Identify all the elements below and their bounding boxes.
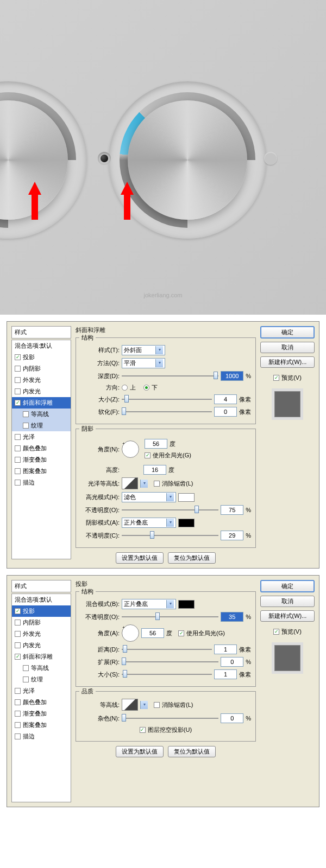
distance-slider[interactable] [122,645,212,654]
depth-input[interactable]: 1000 [221,371,243,381]
blend-mode-select[interactable]: 正片叠底▾ [122,599,176,609]
sidebar-item-pattern-overlay[interactable]: 图案叠加 [12,719,71,731]
antialias-checkbox[interactable] [154,481,160,487]
chevron-down-icon[interactable]: ▾ [140,701,148,709]
make-default-button[interactable]: 设置为默认值 [116,552,164,564]
sidebar-item-outer-glow[interactable]: 外发光 [12,628,71,640]
shadow-mode-select[interactable]: 正片叠底▾ [122,518,176,528]
highlight-color-swatch[interactable] [178,493,195,502]
direction-down-radio[interactable] [143,385,149,391]
sidebar-item-satin[interactable]: 光泽 [12,431,71,443]
angle-dial[interactable] [122,624,139,642]
new-style-button[interactable]: 新建样式(W)... [260,610,315,622]
bevel-settings-panel: 斜面和浮雕 结构 样式(T):外斜面▾ 方法(Q):平滑▾ 深度(D):1000… [76,326,256,564]
sidebar-item-color-overlay[interactable]: 颜色叠加 [12,697,71,708]
style-select[interactable]: 外斜面▾ [122,345,165,355]
gloss-contour-picker[interactable] [122,477,138,489]
layer-style-dialog-bevel: 样式 混合选项:默认 ✓投影 内阴影 外发光 内发光 ✓斜面和浮雕 等高线 纹理… [7,321,319,569]
shadow-opacity-slider[interactable] [122,531,218,540]
sidebar-header: 样式 [11,580,71,592]
soften-slider[interactable] [122,407,212,416]
sidebar-item-color-overlay[interactable]: 颜色叠加 [12,443,71,454]
soften-input[interactable]: 0 [214,407,237,417]
sidebar-item-gradient-overlay[interactable]: 渐变叠加 [12,708,71,719]
dial-full [109,81,266,239]
knockout-checkbox[interactable]: ✓ [140,727,146,733]
sidebar-item-drop-shadow[interactable]: ✓投影 [12,605,71,617]
reset-default-button[interactable]: 复位为默认值 [168,746,216,757]
dialog-buttons: 确定 取消 新建样式(W)... ✓预览(V) [260,580,315,802]
annotation-arrow-icon [30,182,40,220]
angle-input[interactable]: 56 [145,439,167,449]
ok-button[interactable]: 确定 [260,326,315,339]
highlight-mode-select[interactable]: 滤色▾ [122,492,176,502]
global-light-checkbox[interactable]: ✓ [178,630,184,636]
highlight-opacity-slider[interactable] [122,506,218,514]
contour-picker[interactable] [122,699,138,711]
cancel-button[interactable]: 取消 [260,596,315,607]
antialias-checkbox[interactable] [154,702,160,708]
shadow-color-swatch[interactable] [178,600,195,609]
styles-sidebar: 样式 混合选项:默认 ✓投影 内阴影 外发光 内发光 ✓斜面和浮雕 等高线 纹理… [11,580,71,802]
chevron-down-icon: ▾ [166,600,174,608]
shadow-settings-panel: 投影 结构 混合模式(B):正片叠底▾ 不透明度(O):35% 角度(A):56… [76,580,256,802]
highlight-opacity-input[interactable]: 75 [221,505,243,515]
chevron-down-icon: ▾ [155,346,163,354]
shadow-color-swatch[interactable] [178,519,195,527]
panel-title: 投影 [76,580,256,588]
preview-swatch [274,391,300,417]
sidebar-item-inner-glow[interactable]: 内发光 [12,386,71,397]
opacity-slider[interactable] [122,612,218,621]
chevron-down-icon: ▾ [166,519,174,527]
cancel-button[interactable]: 取消 [260,342,315,353]
technique-select[interactable]: 平滑▾ [122,358,165,368]
sidebar-item-pattern-overlay[interactable]: 图案叠加 [12,465,71,477]
ok-button[interactable]: 确定 [260,580,315,592]
sidebar-item-inner-glow[interactable]: 内发光 [12,640,71,651]
sidebar-blend-options[interactable]: 混合选项:默认 [12,340,71,352]
sidebar-item-contour[interactable]: 等高线 [12,409,71,420]
size-slider[interactable] [122,670,212,679]
sidebar-item-drop-shadow[interactable]: ✓投影 [12,352,71,363]
angle-dial[interactable] [122,441,139,458]
depth-slider[interactable] [122,372,218,380]
size-slider[interactable] [122,395,212,404]
sidebar-item-inner-shadow[interactable]: 内阴影 [12,617,71,628]
opacity-input[interactable]: 35 [221,612,243,622]
sidebar-item-outer-glow[interactable]: 外发光 [12,374,71,386]
sidebar-item-satin[interactable]: 光泽 [12,685,71,697]
noise-input[interactable]: 0 [221,713,243,723]
sidebar-item-contour[interactable]: 等高线 [12,662,71,674]
sidebar-item-texture[interactable]: 纹理 [12,674,71,685]
preview-checkbox[interactable]: ✓ [273,375,279,381]
altitude-input[interactable]: 16 [143,465,166,475]
new-style-button[interactable]: 新建样式(W)... [260,356,315,368]
reset-default-button[interactable]: 复位为默认值 [168,552,216,564]
dial-partial [0,81,87,239]
sidebar-item-gradient-overlay[interactable]: 渐变叠加 [12,454,71,465]
preview-checkbox[interactable]: ✓ [273,629,279,635]
distance-input[interactable]: 1 [214,644,237,654]
chevron-down-icon: ▾ [166,493,174,501]
size-input[interactable]: 4 [214,394,237,404]
sidebar-item-bevel[interactable]: ✓斜面和浮雕 [12,397,71,409]
sidebar-item-texture[interactable]: 纹理 [12,420,71,431]
spread-slider[interactable] [122,658,218,666]
chevron-down-icon: ▾ [155,359,163,367]
sidebar-item-inner-shadow[interactable]: 内阴影 [12,363,71,374]
sidebar-blend-options[interactable]: 混合选项:默认 [12,594,71,605]
sidebar-item-stroke[interactable]: 描边 [12,731,71,742]
layer-style-dialog-shadow: 样式 混合选项:默认 ✓投影 内阴影 外发光 内发光 ✓斜面和浮雕 等高线 纹理… [7,575,319,807]
shadow-opacity-input[interactable]: 29 [221,531,243,540]
structure-group: 结构 样式(T):外斜面▾ 方法(Q):平滑▾ 深度(D):1000% 方向:上… [76,337,256,424]
chevron-down-icon[interactable]: ▾ [140,480,148,488]
noise-slider[interactable] [122,714,218,723]
angle-input[interactable]: 56 [141,628,164,638]
make-default-button[interactable]: 设置为默认值 [116,746,164,757]
global-light-checkbox[interactable]: ✓ [145,452,151,458]
sidebar-item-bevel[interactable]: ✓斜面和浮雕 [12,651,71,662]
spread-input[interactable]: 0 [221,657,243,667]
direction-up-radio[interactable] [122,385,128,391]
size-input[interactable]: 1 [214,669,237,679]
sidebar-item-stroke[interactable]: 描边 [12,477,71,488]
